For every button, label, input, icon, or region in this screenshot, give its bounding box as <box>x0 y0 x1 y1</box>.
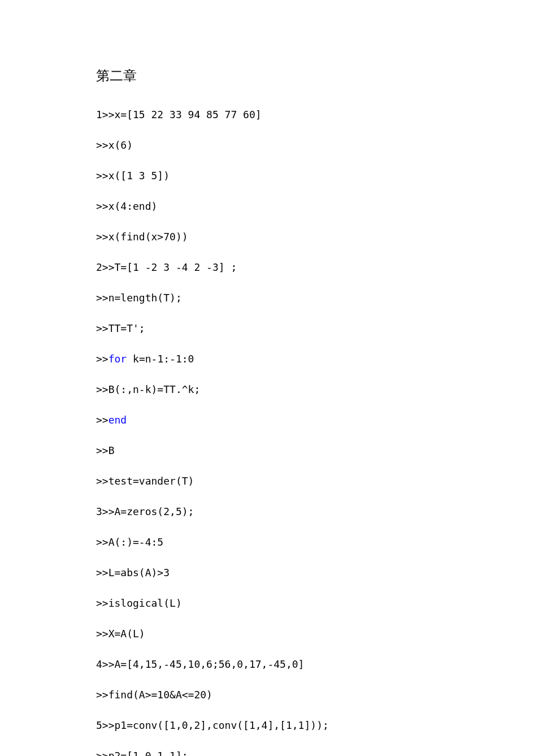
code-line: 5>>p1=conv([1,0,2],conv([1,4],[1,1])); <box>96 718 438 733</box>
code-frag: >> <box>96 353 108 365</box>
code-line: >>find(A>=10&A<=20) <box>96 687 438 702</box>
code-line: >>x(find(x>70)) <box>96 229 438 244</box>
code-line: 4>>A=[4,15,-45,10,6;56,0,17,-45,0] <box>96 656 438 672</box>
code-line: 1>>x=[15 22 33 94 85 77 60] <box>96 107 438 122</box>
code-frag: >> <box>96 414 108 426</box>
code-line: >>end <box>96 412 438 427</box>
code-line: >>for k=n-1:-1:0 <box>96 351 438 366</box>
code-line: 2>>T=[1 -2 3 -4 2 -3] ; <box>96 260 438 275</box>
code-line: >>A(:)=-4:5 <box>96 534 438 550</box>
document-page: 第二章 1>>x=[15 22 33 94 85 77 60] >>x(6) >… <box>0 0 534 756</box>
code-line: 3>>A=zeros(2,5); <box>96 504 438 519</box>
code-line: >>B <box>96 443 438 458</box>
code-line: >>n=length(T); <box>96 290 438 305</box>
code-line: >>x(4:end) <box>96 198 438 214</box>
code-frag: k=n-1:-1:0 <box>127 353 194 365</box>
keyword-for: for <box>108 353 127 365</box>
code-line: >>x([1 3 5]) <box>96 168 438 183</box>
code-line: >>p2=[1 0 1 1]; <box>96 748 438 756</box>
code-line: >>B(:,n-k)=TT.^k; <box>96 382 438 397</box>
code-line: >>L=abs(A)>3 <box>96 565 438 580</box>
chapter-2-heading: 第二章 <box>96 66 438 86</box>
code-line: >>x(6) <box>96 137 438 153</box>
code-line: >>X=A(L) <box>96 626 438 641</box>
code-line: >>test=vander(T) <box>96 473 438 489</box>
code-line: >>TT=T'; <box>96 321 438 336</box>
keyword-end: end <box>108 414 127 426</box>
code-block-ch2: 1>>x=[15 22 33 94 85 77 60] >>x(6) >>x([… <box>96 92 438 756</box>
code-line: >>islogical(L) <box>96 595 438 611</box>
